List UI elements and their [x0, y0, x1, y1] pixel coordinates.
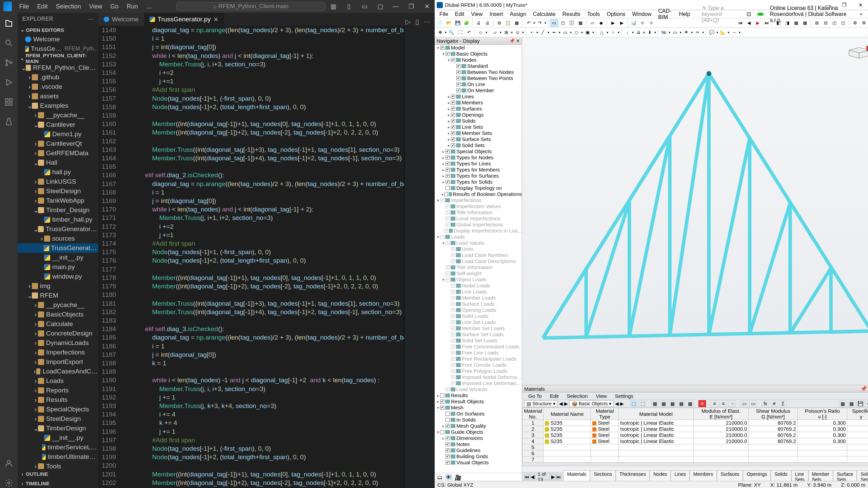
redo-icon[interactable]: ↷ [536, 19, 544, 27]
command-center[interactable]: ⌕ RFEM_Python_Client-main [176, 2, 326, 11]
filter-category[interactable]: 📦 Basic Objects ▾ [569, 400, 614, 407]
model-viewport[interactable]: X Materials📌 ✕ Go ToEditSelectionViewSet… [522, 37, 868, 481]
nav-item-types-for-members[interactable]: ▸✔Types for Members [435, 167, 522, 173]
tool-icon[interactable]: ▦ [660, 400, 667, 407]
nav-item-on-line[interactable]: ✔On Line [435, 81, 522, 87]
menu-options[interactable]: Options [603, 11, 629, 17]
file-timberultimateconfiguration-[interactable]: timberUltimateConfiguration... [18, 452, 98, 462]
folder-rfem-python-client-main[interactable]: ⌄RFEM_Python_Client-main [18, 63, 98, 73]
nav-next-icon[interactable]: ▶ [564, 401, 568, 406]
folder-importexport[interactable]: ›ImportExport [18, 357, 98, 367]
file-window-py[interactable]: window.py [18, 272, 98, 281]
search-icon[interactable] [4, 38, 14, 48]
nav-item-imperfection-values[interactable]: ✔Imperfection Values [435, 203, 522, 209]
tool-icon[interactable]: ▦ [792, 19, 800, 27]
copy-icon[interactable]: ⧉ [495, 19, 503, 27]
tool-icon[interactable]: ⚙ [851, 19, 859, 27]
workplane-icon[interactable]: ▱ [491, 29, 499, 36]
menu-calculate[interactable]: Calculate [530, 11, 559, 17]
tab-welcome[interactable]: Welcome [98, 13, 144, 26]
col-header[interactable]: Modulus of Elast.E [N/mm²] [693, 408, 749, 420]
extensions-icon[interactable] [4, 97, 14, 107]
load-icon[interactable]: ⇊ [634, 29, 643, 36]
delete-icon[interactable]: ✕ [698, 400, 706, 407]
nav-item-in-solids[interactable]: In Solids [435, 417, 522, 423]
nav-item-surface-set-loads[interactable]: ✔Surface Set Loads [435, 331, 522, 338]
nav-item-mesh[interactable]: ▾✔Mesh [435, 405, 522, 411]
file-timber-hall-py[interactable]: timber_hall.py [18, 215, 98, 224]
mat-tab-surface-sets[interactable]: Surface Sets [833, 470, 857, 481]
nav-data-tab[interactable]: 🗂 [437, 474, 443, 480]
nav-item-object-loads[interactable]: ▾✔Object Loads [435, 277, 522, 283]
select-icon[interactable]: ▭ [671, 29, 679, 36]
tool-icon[interactable]: ◫ [830, 19, 839, 27]
maximize-button[interactable]: ❐ [403, 3, 419, 10]
tool-icon[interactable]: ⬚ [639, 400, 646, 407]
tool-icon[interactable]: ▦ [686, 400, 694, 407]
surface-icon[interactable]: ▭ [561, 29, 569, 36]
nav-item-guide-objects[interactable]: ▾Guide Objects [435, 429, 522, 435]
print-icon[interactable]: 🖨 [474, 19, 482, 27]
tool-icon[interactable]: ▦ [651, 400, 658, 407]
hinge-icon[interactable]: ○ [609, 29, 617, 36]
nav-views-tab[interactable]: 🎥 [454, 474, 461, 480]
source-control-icon[interactable] [4, 58, 14, 68]
solid-icon[interactable]: ◆ [597, 19, 605, 27]
file--init-py[interactable]: __init__.py [18, 433, 98, 443]
folder-loads[interactable]: ›Loads [18, 376, 98, 386]
close-icon[interactable]: ✕ [516, 38, 520, 43]
col-header[interactable]: MaterialType [591, 408, 619, 420]
folder-tankwebapp[interactable]: ›TankWebApp [18, 196, 98, 205]
zoom-icon[interactable]: 🔍 [447, 29, 455, 36]
nav-item-model[interactable]: ▾✔Model [435, 45, 522, 51]
open-editor-item[interactable]: TrussGenerator.pyRFEM_Pyth... [18, 44, 98, 54]
col-header[interactable]: Material Model [619, 408, 693, 420]
zoom-all-icon[interactable]: ⛶ [456, 29, 464, 36]
results-icon[interactable]: 📊 [630, 19, 638, 27]
tool-icon[interactable]: → [728, 400, 736, 407]
tab-trussgenerator-py[interactable]: TrussGenerator.py✕ [144, 13, 224, 26]
folder-steeldesign[interactable]: ›SteelDesign [18, 186, 98, 196]
nav-item-loads[interactable]: ▾✔Loads [435, 234, 522, 240]
nav-item-nodes[interactable]: ▾✔Nodes [435, 57, 522, 63]
nav-prev-icon[interactable]: ◀ [559, 401, 563, 406]
folder-results[interactable]: ›Results [18, 395, 98, 405]
view-cube[interactable]: X [842, 40, 868, 59]
outline-section[interactable]: ›OUTLINE [18, 469, 98, 479]
tool-icon[interactable]: ≡ [719, 400, 727, 407]
visibility-icon[interactable]: 👁 [682, 29, 690, 36]
mat-tab-solids[interactable]: Solids [771, 470, 791, 481]
nav-item-basic-objects[interactable]: ▾✔Basic Objects [435, 51, 522, 57]
open-editors-section[interactable]: ⌄OPEN EDITORS [18, 25, 98, 35]
nav-item-result-objects[interactable]: ▸✔Result Objects [435, 399, 522, 405]
nav-item-solids[interactable]: ▸✔Solids [435, 118, 522, 124]
nav-item-types-for-lines[interactable]: ▸✔Types for Lines [435, 161, 522, 167]
view1-icon[interactable]: ▭ [550, 19, 558, 27]
col-header[interactable]: Poisson's Ratioν [-] [797, 408, 847, 420]
folder-imperfections[interactable]: ›Imperfections [18, 348, 98, 357]
nav-item-surface-loads[interactable]: ✔Surface Loads [435, 301, 522, 307]
layout-controls[interactable]: ▥ ▯ ▭ ▢ [326, 3, 388, 10]
close-tab-icon[interactable]: ✕ [213, 16, 219, 23]
undo-icon[interactable]: ↶ [525, 19, 533, 27]
menu-edit[interactable]: Edit [33, 3, 52, 10]
run-debug-icon[interactable] [4, 77, 14, 87]
iso-view-icon[interactable]: ◇ [477, 29, 485, 36]
table-row[interactable]: 2 S235 SteelIsotropic | Linear Elastic21… [522, 426, 868, 432]
mat-menu-view[interactable]: View [592, 393, 611, 399]
navigator-tree[interactable]: ▾✔Model▾✔Basic Objects▾✔Nodes✔Standard✔B… [435, 45, 522, 473]
nav-item-notes[interactable]: ✔Notes [435, 441, 522, 447]
minimize-button[interactable]: — [388, 3, 403, 10]
menu-insert[interactable]: Insert [486, 11, 507, 17]
mat-tab-members[interactable]: Members [690, 470, 717, 481]
calc-icon[interactable]: ▶ [609, 19, 617, 27]
folder-sources[interactable]: ›sources [18, 234, 98, 243]
panel-toggle-icon[interactable]: ▢ [372, 3, 388, 10]
tool-icon[interactable]: ⚙ [865, 400, 868, 407]
table-row[interactable]: 7 [522, 456, 868, 463]
nav-item-between-two-nodes[interactable]: ✔Between Two Nodes [435, 69, 522, 75]
table-row[interactable]: 6 [522, 450, 868, 456]
view2-icon[interactable]: ◫ [559, 19, 567, 27]
print-graphic-icon[interactable]: 🖨 [483, 19, 491, 27]
nav-item-mesh-quality[interactable]: ▸✔Mesh Quality [435, 423, 522, 429]
